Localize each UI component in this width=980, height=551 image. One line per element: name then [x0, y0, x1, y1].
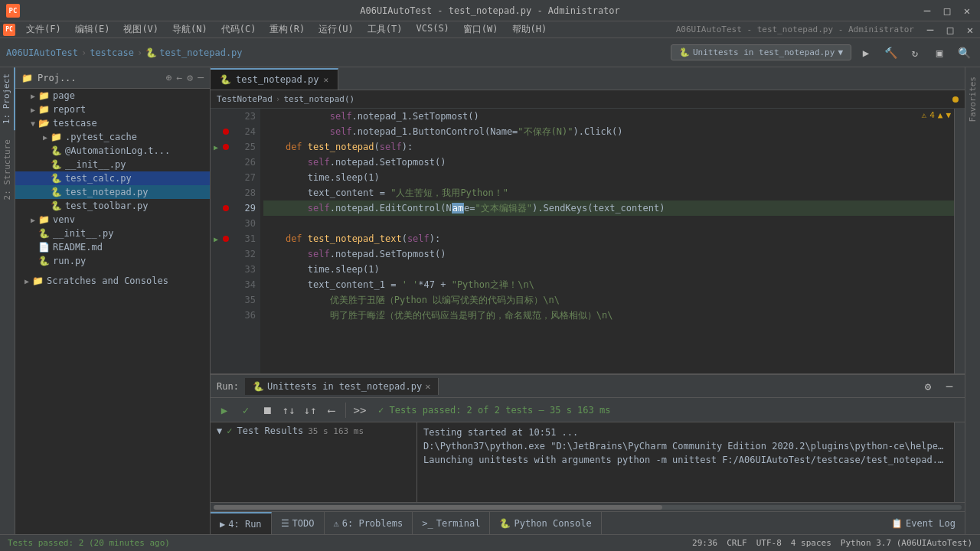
warning-chevron-up[interactable]: ▲: [938, 110, 943, 120]
py-icon-init2: 🐍: [38, 228, 50, 239]
todo-icon: ☰: [281, 518, 289, 529]
scrollbar-track[interactable]: [214, 505, 962, 510]
tree-item-page[interactable]: ▶ 📁 page: [15, 89, 210, 103]
locate-file-icon[interactable]: ⊕: [166, 72, 172, 83]
minimize-btn-2[interactable]: ─: [923, 23, 937, 37]
breadcrumb-file[interactable]: 🐍test_notepad.py: [145, 47, 242, 58]
structure-tab[interactable]: 2: Structure: [0, 133, 15, 206]
run-scrollbar[interactable]: [954, 422, 965, 502]
code-line-23: self.notepad_1.SetTopmost(): [263, 109, 954, 124]
run-collapse-btn[interactable]: ⟵: [322, 401, 341, 419]
run-tab[interactable]: 🐍 Unittests in test_notepad.py ✕: [245, 378, 439, 395]
bottom-tab-python-console[interactable]: 🐍 Python Console: [490, 512, 601, 535]
run-stop-btn[interactable]: ⏹: [258, 401, 276, 419]
hide-panel-icon[interactable]: ─: [198, 72, 204, 83]
breadcrumb-testcase[interactable]: testcase: [90, 47, 134, 58]
menu-code[interactable]: 代码(C): [215, 21, 263, 37]
tree-item-venv[interactable]: ▶ 📁 venv: [15, 213, 210, 227]
run-config-button[interactable]: 🐍 Unittests in test_notepad.py ▼: [671, 44, 851, 60]
project-tab[interactable]: 1: Project: [0, 67, 15, 130]
collapse-all-icon[interactable]: ←: [177, 72, 183, 83]
run-panel-header: Run: 🐍 Unittests in test_notepad.py ✕ ⚙ …: [211, 375, 965, 398]
tree-item-report[interactable]: ▶ 📁 report: [15, 103, 210, 116]
tree-item-scratches[interactable]: ▶ 📁 Scratches and Consoles: [18, 274, 210, 288]
bottom-tab-terminal[interactable]: >_ Terminal: [413, 512, 490, 535]
editor-tab-test-notepad[interactable]: 🐍 test_notepad.py ✕: [211, 68, 338, 90]
tree-item-pytest-cache[interactable]: ▶ 📁 .pytest_cache: [15, 130, 210, 144]
menu-run[interactable]: 运行(U): [312, 21, 360, 37]
tree-item-test-notepad[interactable]: 🐍 test_notepad.py: [15, 185, 210, 199]
bottom-tab-todo[interactable]: ☰ TODO: [272, 512, 325, 535]
line-ending[interactable]: CRLF: [727, 538, 747, 548]
menu-refactor[interactable]: 重构(R): [263, 21, 311, 37]
tree-item-test-toolbar[interactable]: 🐍 test_toolbar.py: [15, 199, 210, 213]
gutter-23: 23: [211, 109, 260, 124]
maximize-btn-2[interactable]: □: [943, 23, 957, 37]
cursor-position[interactable]: 29:36: [692, 538, 717, 548]
menu-help[interactable]: 帮助(H): [506, 21, 554, 37]
menu-tools[interactable]: 工具(T): [361, 21, 409, 37]
bottom-tab-problems[interactable]: ⚠ 6: Problems: [325, 512, 413, 535]
window-title: A06UIAutoTest - test_notepad.py - Admini…: [360, 5, 620, 16]
breadcrumb-class[interactable]: TestNotePad: [217, 94, 273, 104]
run-panel-hide[interactable]: ─: [940, 377, 959, 396]
python-version[interactable]: Python 3.7 (A06UIAutoTest): [841, 538, 972, 548]
run-sort-asc-btn[interactable]: ↑↓: [279, 401, 298, 419]
event-log-button[interactable]: 📋 Event Log: [882, 518, 965, 529]
run-tab-close[interactable]: ✕: [425, 381, 430, 392]
code-editor[interactable]: ⚠ 4 ▲ ▼ 23: [211, 109, 965, 373]
code-lines-area[interactable]: self.notepad_1.SetTopmost() self.notepad…: [260, 109, 954, 373]
scrollbar-thumb[interactable]: [214, 505, 662, 510]
tree-item-readme[interactable]: 📄 README.md: [15, 240, 210, 254]
menu-vcs[interactable]: VCS(S): [410, 21, 456, 37]
close-button[interactable]: ✕: [960, 4, 974, 18]
menu-view[interactable]: 视图(V): [117, 21, 165, 37]
run-sort-desc-btn[interactable]: ↓↑: [301, 401, 319, 419]
folder-icon-report: 📁: [38, 104, 50, 115]
encoding[interactable]: UTF-8: [756, 538, 782, 548]
menu-nav[interactable]: 导航(N): [166, 21, 214, 37]
breakpoint-31: [221, 236, 230, 242]
bottom-tab-run[interactable]: ▶ 4: Run: [211, 512, 272, 535]
settings-icon[interactable]: ⚙: [187, 72, 193, 83]
project-panel-header: 📁 Proj... ⊕ ← ⚙ ─: [15, 67, 210, 89]
tree-item-test-calc[interactable]: 🐍 test_calc.py: [15, 171, 210, 185]
gutter-29: 29: [211, 201, 260, 216]
close-btn-2[interactable]: ✕: [963, 23, 977, 37]
menu-file[interactable]: 文件(F): [20, 21, 67, 37]
maximize-button[interactable]: □: [940, 4, 954, 18]
test-result-item-root[interactable]: ▼ ✓ Test Results 35 s 163 ms: [211, 422, 416, 439]
minimize-button[interactable]: ─: [920, 4, 934, 18]
title-bar-left: PC: [6, 4, 23, 18]
indentation[interactable]: 4 spaces: [791, 538, 831, 548]
favorites-tab[interactable]: Favorites: [965, 70, 980, 129]
coverage-button[interactable]: ▣: [929, 43, 949, 63]
build-button[interactable]: 🔨: [880, 43, 900, 63]
run-pass-btn[interactable]: ✓: [237, 401, 255, 419]
py-icon-run: 🐍: [38, 256, 50, 266]
menus[interactable]: 文件(F) 编辑(E) 视图(V) 导航(N) 代码(C) 重构(R) 运行(U…: [20, 21, 553, 37]
breadcrumb-method[interactable]: test_notepad(): [283, 94, 354, 104]
run-button[interactable]: ▶: [856, 43, 876, 63]
search-button[interactable]: 🔍: [954, 43, 974, 63]
linenum-25: 25: [230, 139, 260, 155]
rerun-button[interactable]: ↻: [905, 43, 925, 63]
tree-item-run[interactable]: 🐍 run.py: [15, 254, 210, 268]
run-more-btn[interactable]: >>: [351, 401, 369, 419]
run-h-scrollbar[interactable]: [211, 502, 965, 511]
breadcrumb-project[interactable]: A06UIAutoTest: [6, 47, 78, 58]
gutter-24: 24: [211, 124, 260, 139]
run-play-btn[interactable]: ▶: [215, 401, 234, 419]
tree-item-init1[interactable]: 🐍 __init__.py: [15, 158, 210, 171]
menu-window[interactable]: 窗口(W): [457, 21, 505, 37]
run-panel-settings[interactable]: ⚙: [919, 377, 937, 396]
editor-scrollbar[interactable]: [954, 109, 965, 373]
tree-item-init2[interactable]: 🐍 __init__.py: [15, 227, 210, 240]
tree-item-autolog[interactable]: 🐍 @AutomationLog.t...: [15, 144, 210, 158]
linenum-33: 33: [230, 262, 260, 277]
gutter-33: 33: [211, 262, 260, 277]
warning-chevron-down[interactable]: ▼: [946, 110, 951, 120]
menu-edit[interactable]: 编辑(E): [69, 21, 116, 37]
tab-close-button[interactable]: ✕: [323, 75, 328, 85]
tree-item-testcase[interactable]: ▼ 📂 testcase: [15, 116, 210, 130]
